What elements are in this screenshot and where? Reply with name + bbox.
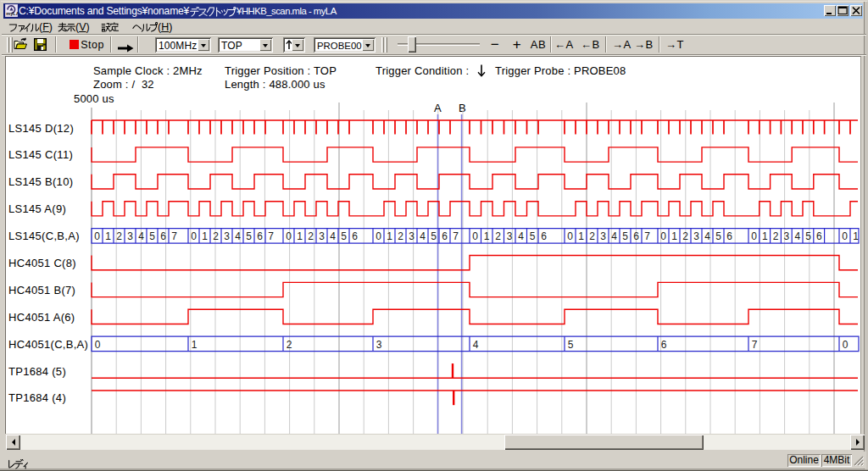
svg-text:3: 3 [600,230,606,242]
svg-text:1: 1 [297,230,303,242]
svg-text:4: 4 [235,230,241,242]
svg-text:3: 3 [319,230,325,242]
svg-text:5: 5 [431,230,437,242]
svg-text:5: 5 [149,230,155,242]
svg-text:6: 6 [257,230,263,242]
svg-text:1: 1 [387,230,392,242]
svg-text:2: 2 [589,230,595,242]
svg-text:6: 6 [442,230,448,242]
svg-text:2: 2 [398,230,403,242]
svg-text:0: 0 [567,230,573,242]
svg-text:myLA: myLA [6,11,18,16]
svg-text:0: 0 [376,230,381,242]
svg-text:6: 6 [633,230,639,242]
svg-text:4: 4 [473,339,479,351]
svg-text:3: 3 [507,230,513,242]
svg-text:6: 6 [661,339,667,351]
svg-text:4: 4 [704,230,710,242]
svg-text:2: 2 [495,230,501,242]
svg-text:4: 4 [420,230,426,242]
svg-text:3: 3 [693,230,699,242]
svg-text:5: 5 [530,230,536,242]
svg-text:0: 0 [191,230,197,242]
svg-text:3: 3 [224,230,230,242]
svg-text:0: 0 [286,230,292,242]
svg-text:5: 5 [341,230,347,242]
svg-text:1: 1 [578,230,584,242]
svg-text:3: 3 [409,230,415,242]
svg-text:0: 0 [472,230,478,242]
svg-text:5: 5 [568,339,574,351]
svg-text:6: 6 [160,230,166,242]
svg-text:6: 6 [816,230,822,242]
svg-text:6: 6 [352,230,358,242]
svg-text:3: 3 [784,230,790,242]
svg-text:1: 1 [192,339,198,351]
svg-text:3: 3 [376,339,382,351]
svg-text:4: 4 [138,230,144,242]
svg-text:2: 2 [213,230,219,242]
svg-text:5: 5 [715,230,721,242]
svg-text:6: 6 [541,230,547,242]
svg-text:7: 7 [644,230,650,242]
svg-text:7: 7 [453,230,459,242]
svg-text:6: 6 [726,230,732,242]
svg-text:1: 1 [853,230,859,242]
svg-text:0: 0 [843,339,849,351]
svg-text:2: 2 [287,339,292,351]
svg-text:4: 4 [330,230,336,242]
svg-text:2: 2 [308,230,314,242]
svg-text:7: 7 [171,230,177,242]
svg-text:0: 0 [94,230,100,242]
svg-text:2: 2 [773,230,779,242]
svg-text:4: 4 [794,230,800,242]
svg-text:5: 5 [246,230,252,242]
svg-text:4: 4 [611,230,617,242]
svg-text:0: 0 [95,339,101,351]
svg-text:7: 7 [268,230,274,242]
svg-text:1: 1 [202,230,208,242]
svg-text:5: 5 [622,230,628,242]
svg-text:2: 2 [116,230,122,242]
svg-text:0: 0 [660,230,666,242]
svg-text:1: 1 [762,230,768,242]
svg-text:1: 1 [105,230,111,242]
svg-text:0: 0 [751,230,757,242]
svg-text:1: 1 [484,230,490,242]
svg-text:2: 2 [682,230,688,242]
svg-text:5: 5 [805,230,811,242]
svg-text:3: 3 [127,230,133,242]
svg-text:4: 4 [518,230,524,242]
svg-text:1: 1 [671,230,677,242]
svg-text:0: 0 [842,230,848,242]
svg-text:7: 7 [752,339,758,351]
